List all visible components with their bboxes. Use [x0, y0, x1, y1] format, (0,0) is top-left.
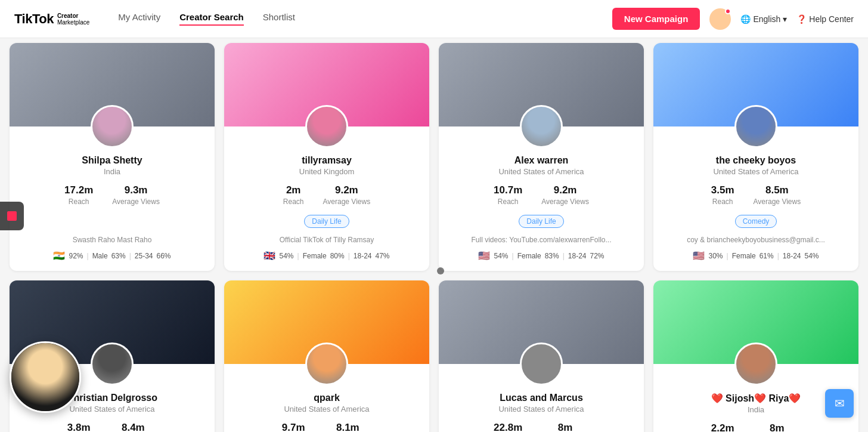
creator-demographics: 🇬🇧 54% | Female 80% | 18-24 47%	[234, 250, 420, 261]
logo[interactable]: TikTok Creator Marketplace	[14, 11, 89, 27]
card-avatar	[520, 342, 563, 385]
stat-avg-views: 9.2m Average Views	[541, 184, 589, 206]
nav-shortlist[interactable]: Shortlist	[263, 12, 295, 26]
card-avatar	[734, 342, 777, 385]
stat-reach: 10.7m Reach	[494, 184, 522, 206]
stat-avg-views: 8.4m Average Views	[110, 422, 157, 432]
creator-card[interactable]: Alex warren United States of America 10.…	[439, 43, 644, 271]
card-avatar-wrapper	[224, 342, 429, 385]
avatar-notification-dot	[725, 8, 731, 14]
flag-pct: 54%	[279, 252, 293, 260]
creator-name: Shilpa Shetty	[19, 155, 205, 166]
creator-name: tillyramsay	[234, 155, 420, 166]
flag-pct: 54%	[494, 252, 508, 260]
card-body: qpark United States of America 9.7m Reac…	[224, 385, 429, 432]
creator-card[interactable]: Lucas and Marcus United States of Americ…	[439, 280, 644, 432]
help-center-button[interactable]: ❓ Help Center	[796, 14, 854, 24]
main-content: Shilpa Shetty India 17.2m Reach 9.3m Ave…	[0, 0, 868, 432]
creator-name: Lucas and Marcus	[448, 393, 634, 403]
stop-recording-button[interactable]	[0, 202, 24, 230]
stat-avg-views: 8.1m Average Views	[324, 422, 372, 432]
creator-stats: 10.7m Reach 9.2m Average Views	[448, 184, 634, 206]
reach-value: 17.2m	[64, 184, 93, 196]
creator-tag: Comedy	[735, 215, 777, 228]
creator-tags	[19, 213, 205, 230]
card-avatar	[305, 105, 348, 148]
nav-my-activity[interactable]: My Activity	[118, 12, 160, 26]
header-right: New Campaign 🌐 English ▾ ❓ Help Center	[612, 8, 854, 30]
stat-reach: 2m Reach	[283, 184, 304, 206]
creator-card[interactable]: tillyramsay United Kingdom 2m Reach 9.2m…	[224, 43, 429, 271]
reach-label: Reach	[283, 198, 304, 206]
country-flag: 🇬🇧	[264, 250, 275, 261]
creator-stats: 3.8m Reach 8.4m Average Views	[19, 422, 205, 432]
stat-avg-views: 9.2m Average Views	[323, 184, 371, 206]
creator-country: United States of America	[234, 405, 420, 414]
age-pct: 47%	[376, 252, 390, 260]
logo-subtitle: Creator Marketplace	[57, 13, 89, 26]
creator-stats: 3.5m Reach 8.5m Average Views	[663, 184, 849, 206]
new-campaign-button[interactable]: New Campaign	[612, 8, 700, 30]
reach-value: 22.8m	[494, 422, 522, 432]
reach-label: Reach	[498, 198, 519, 206]
nav-creator-search[interactable]: Creator Search	[179, 12, 244, 26]
logo-tiktok-text: TikTok	[14, 11, 54, 27]
creator-stats: 22.8m Reach 8m Average Views	[448, 422, 634, 432]
stat-avg-views: 8.5m Average Views	[754, 184, 801, 206]
creator-card[interactable]: Shilpa Shetty India 17.2m Reach 9.3m Ave…	[10, 43, 215, 271]
stat-avg-views: 8m Average Views	[541, 422, 589, 432]
creator-card[interactable]: qpark United States of America 9.7m Reac…	[224, 280, 429, 432]
flag-pct: 30%	[708, 252, 723, 260]
reach-label: Reach	[712, 198, 733, 206]
creator-stats: 2m Reach 9.2m Average Views	[234, 184, 420, 206]
help-label: Help Center	[809, 14, 854, 24]
avg-views-value: 9.3m	[125, 184, 148, 196]
avg-views-value: 8m	[558, 422, 573, 432]
country-flag: 🇺🇸	[693, 250, 705, 261]
avg-views-label: Average Views	[112, 198, 160, 206]
question-icon: ❓	[796, 14, 807, 24]
reach-label: Reach	[69, 198, 89, 206]
stat-reach: 22.8m Reach	[494, 422, 522, 432]
gender-pct: 83%	[545, 252, 559, 260]
avatar-wrapper[interactable]	[709, 8, 731, 30]
creator-name: Alex warren	[448, 155, 634, 166]
avg-views-value: 8.5m	[765, 184, 789, 196]
language-button[interactable]: 🌐 English ▾	[740, 14, 787, 24]
card-body: tillyramsay United Kingdom 2m Reach 9.2m…	[224, 148, 429, 271]
country-flag: 🇮🇳	[53, 250, 65, 261]
reach-value: 2.2m	[711, 422, 734, 432]
creator-country: India	[663, 405, 849, 414]
card-avatar-wrapper	[10, 105, 215, 148]
card-avatar-wrapper	[224, 105, 429, 148]
header: TikTok Creator Marketplace My Activity C…	[0, 0, 868, 38]
creator-tag: Daily Life	[304, 215, 349, 228]
card-avatar-wrapper	[653, 342, 858, 385]
reach-value: 3.5m	[711, 184, 734, 196]
country-flag: 🇺🇸	[478, 250, 490, 261]
creator-card[interactable]: the cheeky boyos United States of Americ…	[653, 43, 858, 271]
avg-views-label: Average Views	[323, 198, 371, 206]
creator-country: United Kingdom	[234, 167, 420, 176]
video-preview-inner	[11, 343, 79, 411]
creator-demographics: 🇺🇸 30% | Female 61% | 18-24 54%	[663, 250, 849, 261]
main-nav: My Activity Creator Search Shortlist	[118, 12, 295, 26]
chevron-down-icon: ▾	[783, 14, 787, 24]
language-label: English	[753, 14, 780, 24]
stat-avg-views: 8m Average Views	[754, 422, 801, 432]
card-avatar-wrapper	[439, 342, 644, 385]
globe-icon: 🌐	[740, 14, 751, 24]
creator-name: qpark	[234, 393, 420, 403]
age-pct: 72%	[590, 252, 604, 260]
mail-button[interactable]: ✉	[825, 389, 854, 418]
gender-pct: 63%	[111, 252, 126, 260]
gender-pct: 61%	[760, 252, 774, 260]
card-avatar	[91, 105, 134, 148]
stat-reach: 3.8m Reach	[67, 422, 91, 432]
reach-value: 2m	[286, 184, 301, 196]
creator-country: United States of America	[663, 167, 849, 176]
card-body: Alex warren United States of America 10.…	[439, 148, 644, 271]
creator-stats: 2.2m Reach 8m Average Views	[663, 422, 849, 432]
reach-value: 10.7m	[494, 184, 522, 196]
reach-value: 3.8m	[67, 422, 91, 432]
